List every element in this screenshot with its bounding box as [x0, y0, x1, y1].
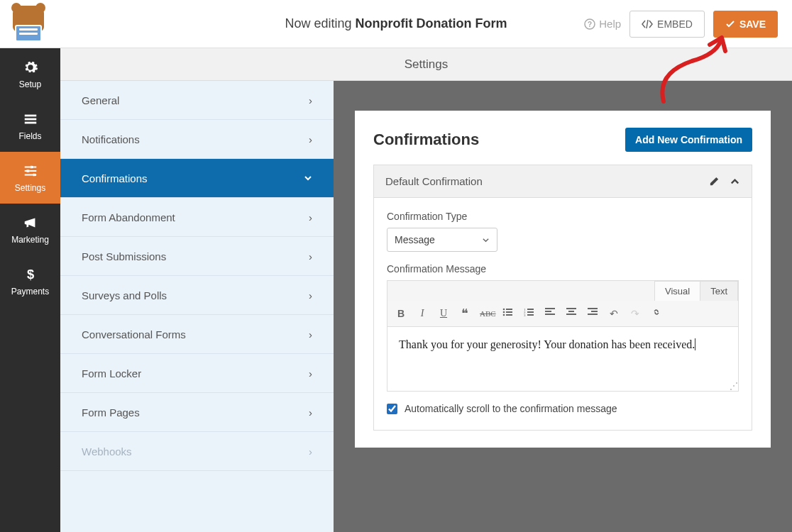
svg-rect-23	[545, 314, 555, 315]
subnav-webhooks[interactable]: Webhooks›	[60, 432, 334, 471]
list-icon	[23, 111, 38, 127]
card-title: Confirmations	[373, 131, 479, 149]
editor-tab-visual[interactable]: Visual	[654, 281, 700, 301]
help-icon: ?	[584, 18, 595, 30]
embed-button[interactable]: EMBED	[629, 11, 705, 38]
svg-rect-10	[506, 309, 512, 310]
autoscroll-checkbox-row[interactable]: Automatically scroll to the confirmation…	[387, 403, 739, 414]
svg-point-13	[503, 314, 505, 316]
subnav-surveys-polls[interactable]: Surveys and Polls›	[60, 276, 334, 315]
svg-rect-25	[568, 311, 574, 312]
chevron-right-icon: ›	[309, 367, 312, 379]
svg-rect-22	[545, 311, 551, 312]
chevron-right-icon: ›	[309, 289, 312, 301]
app-logo	[7, 4, 50, 43]
sidebar-label: Settings	[15, 183, 45, 193]
svg-text:$: $	[26, 267, 33, 282]
svg-point-5	[31, 165, 33, 168]
svg-rect-4	[24, 121, 36, 123]
checkbox-label: Automatically scroll to the confirmation…	[405, 403, 617, 414]
svg-text:3: 3	[524, 314, 526, 316]
chevron-right-icon: ›	[309, 328, 312, 340]
svg-point-6	[27, 170, 30, 172]
wysiwyg-editor: Visual Text B I U ❝ ABC	[387, 280, 739, 392]
svg-rect-2	[24, 114, 36, 116]
field-label: Confirmation Type	[387, 211, 739, 222]
number-list-icon[interactable]: 123	[522, 308, 535, 319]
quote-icon[interactable]: ❝	[458, 306, 471, 321]
strikethrough-icon[interactable]: ABC	[480, 309, 493, 318]
dollar-icon: $	[23, 267, 38, 282]
svg-rect-29	[588, 314, 598, 315]
resize-handle[interactable]: ⋰	[730, 382, 737, 389]
check-icon	[725, 19, 735, 29]
align-center-icon[interactable]	[565, 308, 578, 319]
sidebar-item-setup[interactable]: Setup	[0, 48, 60, 100]
svg-rect-21	[545, 308, 555, 309]
link-icon[interactable]	[650, 307, 663, 320]
svg-rect-16	[527, 309, 534, 310]
subnav-form-abandonment[interactable]: Form Abandonment›	[60, 198, 334, 237]
chevron-down-icon	[482, 236, 490, 244]
confirmations-card: Confirmations Add New Confirmation Defau…	[355, 111, 771, 448]
sidebar-item-fields[interactable]: Fields	[0, 100, 60, 152]
chevron-right-icon: ›	[309, 211, 312, 223]
subnav-general[interactable]: General›	[60, 81, 334, 120]
field-label: Confirmation Message	[387, 263, 739, 275]
save-button[interactable]: SAVE	[713, 11, 778, 38]
topbar: Now editing Nonprofit Donation Form ? He…	[0, 0, 792, 48]
editor-toolbar: B I U ❝ ABC 123	[387, 301, 738, 327]
add-confirmation-button[interactable]: Add New Confirmation	[625, 128, 752, 152]
chevron-up-icon[interactable]	[730, 176, 740, 187]
settings-subnav: General› Notifications› Confirmations Fo…	[60, 81, 334, 532]
chevron-right-icon: ›	[309, 94, 312, 106]
subnav-form-locker[interactable]: Form Locker›	[60, 354, 334, 393]
sidebar-item-marketing[interactable]: Marketing	[0, 204, 60, 255]
svg-text:?: ?	[588, 21, 592, 28]
svg-rect-20	[527, 314, 534, 316]
italic-icon[interactable]: I	[416, 308, 429, 319]
svg-rect-3	[24, 118, 36, 120]
chevron-right-icon: ›	[309, 445, 312, 458]
subnav-conversational[interactable]: Conversational Forms›	[60, 315, 334, 354]
autoscroll-checkbox[interactable]	[387, 404, 397, 414]
sidebar-label: Setup	[19, 79, 41, 89]
sidebar: Setup Fields Settings Marketing $ Paymen…	[0, 48, 60, 532]
subnav-post-submissions[interactable]: Post Submissions›	[60, 237, 334, 276]
confirmation-type-select[interactable]: Message	[387, 228, 497, 252]
tab-settings[interactable]: Settings	[405, 57, 448, 72]
svg-rect-18	[527, 311, 534, 313]
bullet-list-icon[interactable]	[501, 308, 514, 319]
sidebar-item-payments[interactable]: $ Payments	[0, 255, 60, 307]
align-right-icon[interactable]	[586, 308, 599, 319]
code-icon	[642, 19, 653, 29]
undo-icon[interactable]: ↶	[607, 308, 620, 320]
subnav-form-pages[interactable]: Form Pages›	[60, 393, 334, 432]
editor-tab-text[interactable]: Text	[700, 281, 738, 301]
bold-icon[interactable]: B	[395, 308, 407, 319]
redo-icon[interactable]: ↷	[629, 308, 642, 320]
chevron-right-icon: ›	[309, 133, 312, 145]
align-left-icon[interactable]	[544, 308, 556, 319]
subnav-notifications[interactable]: Notifications›	[60, 120, 334, 159]
svg-rect-12	[506, 311, 512, 313]
sidebar-label: Fields	[18, 131, 41, 141]
gear-icon	[23, 60, 38, 75]
sidebar-label: Payments	[11, 287, 49, 297]
editor-textarea[interactable]: Thank you for your generosity! Your dona…	[387, 327, 738, 391]
svg-point-11	[503, 311, 505, 314]
confirmation-header[interactable]: Default Confirmation	[374, 165, 752, 198]
help-link[interactable]: ? Help	[584, 18, 621, 30]
content-tabs: Settings	[60, 48, 792, 81]
sidebar-label: Marketing	[11, 235, 49, 245]
pencil-icon[interactable]	[709, 176, 720, 187]
svg-rect-26	[566, 314, 576, 315]
confirmation-item: Default Confirmation Confirmation Type M…	[373, 165, 752, 431]
sidebar-item-settings[interactable]: Settings	[0, 152, 60, 204]
svg-point-9	[503, 309, 505, 311]
subnav-confirmations[interactable]: Confirmations	[60, 159, 334, 198]
underline-icon[interactable]: U	[437, 308, 450, 319]
sliders-icon	[23, 163, 38, 179]
bullhorn-icon	[23, 215, 38, 231]
page-title: Now editing Nonprofit Donation Form	[285, 16, 507, 31]
